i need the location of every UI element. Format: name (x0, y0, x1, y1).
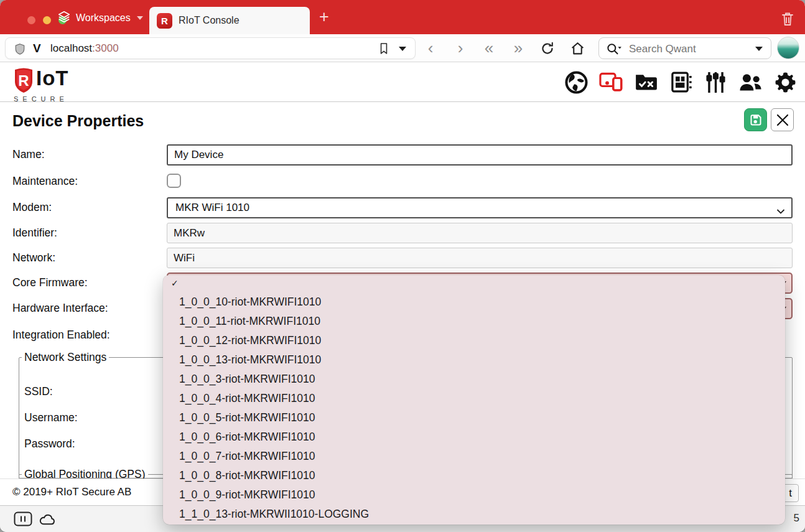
name-label: Name: (12, 148, 45, 161)
url-text: localhost:3000 (50, 42, 119, 55)
sync-cloud-icon[interactable] (39, 513, 57, 528)
workspaces-caret-icon (137, 16, 143, 20)
maintenance-checkbox[interactable] (167, 174, 181, 188)
workspaces-menu[interactable]: Workspaces (57, 9, 143, 27)
copyright-text: © 2019+ RIoT Secure AB (12, 486, 131, 498)
fast-forward-button[interactable]: » (507, 37, 529, 59)
bookmark-icon[interactable] (379, 42, 389, 57)
home-icon[interactable] (566, 37, 589, 59)
dropdown-item[interactable]: 1_0_0_3-riot-MKRWIFI1010 (163, 370, 785, 389)
dropdown-item[interactable]: 1_0_0_8-riot-MKRWIFI1010 (163, 466, 785, 485)
back-button[interactable]: ‹ (419, 37, 442, 59)
browser-window: Workspaces R RIoT Console + V localhost:… (0, 0, 805, 532)
tab-title: RIoT Console (179, 15, 240, 26)
checkmark-icon: ✓ (171, 278, 179, 288)
logo-iot-text: IoT (36, 68, 68, 88)
tasks-folder-icon[interactable] (634, 68, 658, 96)
app-header: R IoT SECURE (0, 62, 805, 102)
browser-tab-bar: Workspaces R RIoT Console + (0, 0, 805, 34)
statusbar-partial-text: 5 (794, 512, 799, 525)
dropdown-item[interactable]: 1_0_0_13-riot-MKRWIFI1010 (163, 350, 785, 370)
minimize-window-button[interactable] (43, 16, 51, 24)
network-input[interactable] (167, 248, 793, 268)
url-port: :3000 (92, 42, 119, 54)
network-settings-legend: Network Settings (22, 351, 109, 364)
dropdown-item[interactable]: 1_1_0_13-riot-MKRWII1010-LOGGING (163, 505, 785, 524)
username-label: Username: (24, 411, 78, 424)
new-tab-button[interactable]: + (315, 8, 333, 27)
forward-button[interactable]: › (449, 37, 472, 59)
close-x-icon (775, 113, 790, 128)
floppy-save-icon (748, 113, 763, 128)
search-dropdown-caret-icon[interactable] (755, 47, 763, 51)
close-window-button[interactable] (27, 16, 35, 24)
logo-secure-text: SECURE (14, 95, 80, 103)
core-firmware-dropdown-menu: ✓ 1_0_0_10-riot-MKRWIFI1010 1_0_0_11-rio… (163, 275, 785, 525)
page-title: Device Properties (12, 112, 144, 130)
modem-chevron-down-icon (776, 205, 785, 218)
dropdown-item[interactable]: 1_0_0_12-riot-MKRWIFI1010 (163, 331, 785, 350)
site-security-shield-icon[interactable] (14, 43, 26, 58)
trash-closed-tabs-icon[interactable] (780, 11, 795, 27)
hardware-interface-label: Hardware Interface: (12, 302, 108, 315)
reload-icon[interactable] (536, 37, 559, 59)
vivaldi-v-icon: V (33, 42, 41, 55)
dropdown-item[interactable]: 1_0_0_9-riot-MKRWIFI1010 (163, 485, 785, 505)
modem-label: Modem: (12, 201, 52, 214)
core-firmware-label: Core Firmware: (12, 276, 88, 289)
workspaces-label: Workspaces (76, 12, 131, 24)
app-toolbar (564, 68, 798, 96)
url-field[interactable]: V localhost:3000 (5, 37, 416, 59)
browser-address-bar: V localhost:3000 ‹ › « » (0, 34, 805, 62)
dropdown-item[interactable]: 1_0_0_10-riot-MKRWIFI1010 (163, 292, 785, 312)
riot-secure-logo[interactable]: R IoT SECURE (11, 68, 80, 103)
sliders-icon[interactable] (704, 68, 728, 96)
profile-avatar[interactable] (777, 37, 799, 59)
svg-text:R: R (18, 72, 29, 89)
dropdown-item[interactable]: 1_0_0_7-riot-MKRWIFI1010 (163, 447, 785, 466)
firmware-chip-icon[interactable] (669, 68, 693, 96)
riot-shield-r-icon: R (11, 68, 36, 94)
identifier-label: Identifier: (12, 226, 57, 240)
dropdown-item[interactable]: 1_0_0_6-riot-MKRWIFI1010 (163, 427, 785, 447)
search-engine-icon[interactable] (606, 42, 622, 58)
maintenance-label: Maintenance: (12, 175, 78, 188)
dropdown-item[interactable]: 1_0_0_4-riot-MKRWIFI1010 (163, 389, 785, 408)
rewind-button[interactable]: « (478, 37, 500, 59)
search-field[interactable] (598, 37, 771, 59)
ssid-label: SSID: (24, 385, 53, 398)
bookmark-dropdown-caret-icon[interactable] (399, 47, 406, 51)
devices-icon[interactable] (599, 68, 623, 96)
dropdown-item[interactable]: 1_0_0_5-riot-MKRWIFI1010 (163, 408, 785, 427)
users-icon[interactable] (738, 68, 763, 96)
integration-enabled-label: Integration Enabled: (12, 329, 110, 342)
close-button[interactable] (771, 108, 794, 131)
name-input[interactable] (167, 144, 793, 166)
riot-favicon: R (157, 13, 172, 29)
network-label: Network: (12, 251, 55, 264)
identifier-input[interactable] (167, 223, 793, 243)
panel-toggle-icon[interactable] (14, 511, 32, 529)
globe-icon[interactable] (564, 68, 589, 96)
modem-select-value: MKR WiFi 1010 (175, 202, 249, 214)
modem-select[interactable]: MKR WiFi 1010 (167, 197, 793, 218)
workspaces-layers-icon (57, 10, 71, 26)
search-input[interactable] (628, 42, 733, 56)
dropdown-item[interactable]: 1_0_0_11-riot-MKRWIFI1010 (163, 312, 785, 331)
save-button[interactable] (744, 108, 767, 131)
password-label: Password: (24, 437, 75, 450)
dropdown-item-selected-blank[interactable]: ✓ (163, 278, 785, 292)
settings-gear-icon[interactable] (773, 68, 798, 96)
browser-tab-riot-console[interactable]: R RIoT Console (149, 7, 310, 34)
